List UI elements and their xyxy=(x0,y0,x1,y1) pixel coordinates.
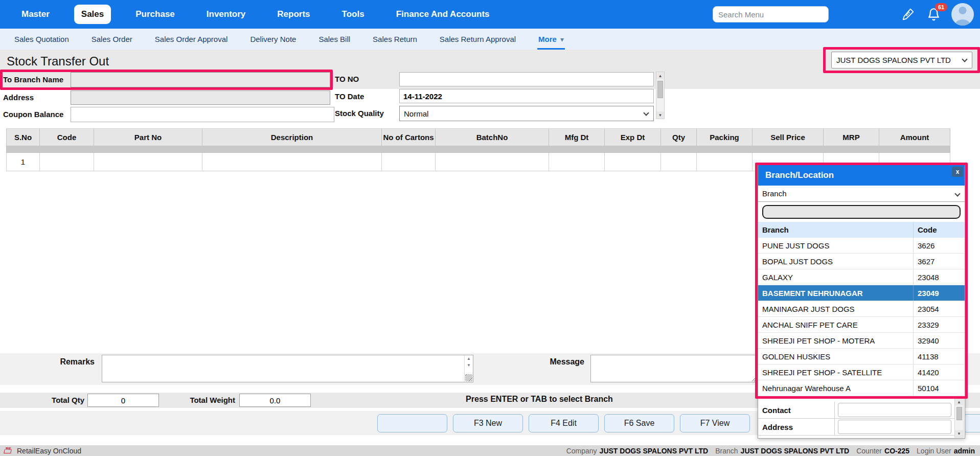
branch-code-cell: 50104 xyxy=(914,384,939,393)
partially-hidden-button[interactable] xyxy=(964,414,980,432)
close-button[interactable]: x xyxy=(952,167,963,177)
branch-code-cell: 23048 xyxy=(914,273,939,282)
to-no-field[interactable] xyxy=(399,72,654,86)
function-button[interactable]: F3 New xyxy=(453,414,523,432)
grid-cell[interactable] xyxy=(40,153,94,171)
coupon-balance-label: Coupon Balance xyxy=(3,110,63,119)
status-label: Branch xyxy=(715,447,738,455)
search-menu-input[interactable] xyxy=(713,6,829,22)
sub-nav-item[interactable]: Delivery Note xyxy=(249,29,297,50)
to-branch-name-field[interactable] xyxy=(71,72,330,87)
sub-nav-item[interactable]: Sales Order Approval xyxy=(154,29,229,50)
branch-filter-select[interactable]: Branch xyxy=(758,186,965,202)
grid-cell[interactable] xyxy=(549,153,605,171)
scroll-up-button[interactable]: ▲ xyxy=(467,355,471,362)
scroll-up-button[interactable]: ▲ xyxy=(656,72,664,79)
top-nav-item[interactable]: Sales xyxy=(74,5,111,24)
paint-brush-icon[interactable] xyxy=(900,7,916,22)
total-qty-field[interactable] xyxy=(87,394,159,407)
contact-label: Contact xyxy=(758,402,835,418)
scroll-down-button[interactable]: ▼ xyxy=(955,430,963,437)
status-pair: Branch JUST DOGS SPALONS PVT LTD xyxy=(715,447,849,455)
sub-nav-item[interactable]: Sales Return xyxy=(372,29,418,50)
branch-list-header: Branch Code xyxy=(758,222,965,238)
branch-row[interactable]: BOPAL JUST DOGS 3627 xyxy=(758,254,965,269)
stock-quality-select[interactable]: Normal xyxy=(399,106,654,121)
function-button[interactable]: F6 Save xyxy=(604,414,674,432)
app-name: RetailEasy OnCloud xyxy=(17,447,81,455)
branch-code-cell: 23054 xyxy=(914,305,939,313)
sub-nav-item[interactable]: Sales Order xyxy=(90,29,133,50)
to-date-field[interactable] xyxy=(399,89,654,103)
stock-quality-label: Stock Quality xyxy=(335,109,384,118)
grid-cell[interactable] xyxy=(382,153,436,171)
scroll-down-button[interactable]: ▼ xyxy=(656,111,664,119)
message-field[interactable] xyxy=(590,355,757,382)
grid-cell[interactable] xyxy=(605,153,661,171)
status-bar: RE RetailEasy OnCloud Company JUST DOGS … xyxy=(0,445,980,456)
total-weight-field[interactable] xyxy=(239,394,311,407)
retaileasy-logo: RE xyxy=(4,447,13,454)
coupon-balance-field[interactable] xyxy=(71,107,334,122)
top-nav-item[interactable]: Inventory xyxy=(199,5,253,24)
top-nav-item[interactable]: Reports xyxy=(270,5,317,24)
scroll-thumb[interactable] xyxy=(956,407,962,420)
scroll-down-button[interactable]: ▼ xyxy=(467,362,471,369)
user-avatar[interactable] xyxy=(951,3,974,26)
grid-cell[interactable] xyxy=(94,153,202,171)
remarks-textarea[interactable] xyxy=(102,355,473,382)
scroll-thumb[interactable] xyxy=(657,81,663,98)
to-branch-name-label: To Branch Name xyxy=(3,75,63,84)
status-value: admin xyxy=(954,447,975,455)
grid-cell[interactable] xyxy=(661,153,697,171)
sales-sub-nav: Sales Quotation Sales Order Sales Order … xyxy=(0,29,980,50)
branch-row[interactable]: PUNE JUST DOGS 3626 xyxy=(758,238,965,254)
status-pair: Counter CO-225 xyxy=(856,447,909,455)
scroll-up-button[interactable]: ▲ xyxy=(955,398,963,405)
branch-name-cell: BASEMENT NEHRUNAGAR xyxy=(758,285,914,301)
popup-address-field[interactable] xyxy=(838,420,951,434)
branch-row[interactable]: MANINAGAR JUST DOGS 23054 xyxy=(758,301,965,317)
grid-column-header: Description xyxy=(202,129,382,146)
resize-handle-icon[interactable] xyxy=(465,374,472,381)
contact-field[interactable] xyxy=(838,403,951,417)
top-nav-item[interactable]: Master xyxy=(14,5,57,24)
address-field[interactable] xyxy=(71,90,330,105)
branch-row[interactable]: SHREEJI PET SHOP - MOTERA 32940 xyxy=(758,333,965,349)
chevron-down-icon xyxy=(643,110,649,116)
company-select[interactable]: JUST DOGS SPALONS PVT LTD xyxy=(831,52,972,69)
top-nav-items: Master Sales Purchase Inventory Reports … xyxy=(0,5,497,24)
notifications-bell-icon[interactable]: 61 xyxy=(926,7,941,22)
contact-row: Contact xyxy=(758,402,954,419)
grid-cell[interactable] xyxy=(202,153,382,171)
top-nav-item[interactable]: Purchase xyxy=(128,5,182,24)
sub-nav-item[interactable]: Sales Return Approval xyxy=(439,29,517,50)
branch-row[interactable]: BASEMENT NEHRUNAGAR 23049 xyxy=(758,285,965,301)
grid-cell-sno[interactable]: 1 xyxy=(7,153,40,171)
grid-cell[interactable] xyxy=(697,153,753,171)
branch-row[interactable]: GALAXY 23048 xyxy=(758,269,965,285)
branch-name-cell: Nehrunagar Warehouse A xyxy=(758,380,914,396)
branch-row[interactable]: ANCHAL SNIFF PET CARE 23329 xyxy=(758,317,965,333)
sub-nav-item[interactable]: More xyxy=(537,29,565,50)
grid-cell[interactable] xyxy=(436,153,549,171)
avatar-head xyxy=(959,7,967,14)
company-select-value: JUST DOGS SPALONS PVT LTD xyxy=(836,56,951,64)
top-nav-item[interactable]: Tools xyxy=(335,5,372,24)
branch-row[interactable]: GOLDEN HUSKIES 41138 xyxy=(758,349,965,364)
sub-nav-item[interactable]: Sales Bill xyxy=(317,29,351,50)
branch-code-cell: 23329 xyxy=(914,321,939,329)
branch-search-input[interactable] xyxy=(762,205,961,219)
branch-name-cell: GALAXY xyxy=(758,269,914,285)
popup-scrollbar: ▲ ▼ xyxy=(954,398,964,438)
popup-header: Branch/Location x xyxy=(758,165,965,186)
function-button[interactable] xyxy=(377,414,447,432)
branch-row[interactable]: SHREEJI PET SHOP - SATELLITE 41420 xyxy=(758,364,965,380)
top-nav-item[interactable]: Finance And Accounts xyxy=(389,5,497,24)
function-button[interactable]: F7 View xyxy=(680,414,750,432)
sub-nav-item[interactable]: Sales Quotation xyxy=(13,29,70,50)
popup-address-label: Address xyxy=(758,419,835,435)
function-button[interactable]: F4 Edit xyxy=(529,414,599,432)
branch-row[interactable]: Nehrunagar Warehouse A 50104 xyxy=(758,380,965,396)
grid-column-header: MRP xyxy=(824,129,879,146)
